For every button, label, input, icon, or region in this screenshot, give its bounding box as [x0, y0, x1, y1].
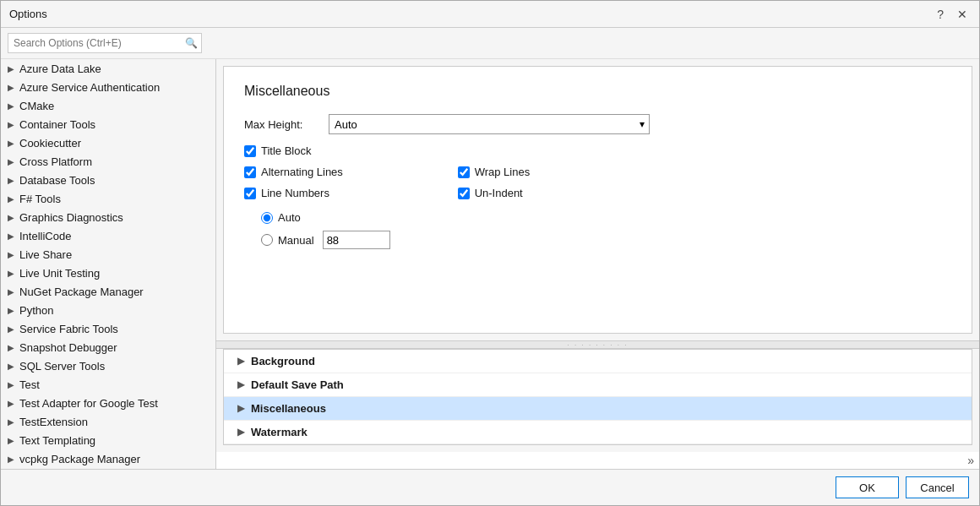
tree-label-background: Background — [251, 355, 315, 367]
sidebar-arrow-test-extension: ▶ — [8, 417, 19, 427]
wrap-lines-label: Wrap Lines — [475, 166, 531, 178]
radio-auto-label: Auto — [278, 211, 301, 224]
line-numbers-radio-group: Auto Manual — [261, 211, 390, 256]
sidebar-item-intellicode[interactable]: ▶ IntelliCode — [1, 226, 215, 245]
max-height-row: Max Height: Auto 100 200 300 — [244, 114, 951, 134]
wrap-lines-checkbox[interactable] — [458, 166, 470, 178]
two-col-area: Alternating Lines Line Numbers Auto — [244, 166, 951, 256]
sidebar-arrow-cookiecutter: ▶ — [8, 139, 19, 148]
search-input[interactable] — [8, 35, 182, 51]
tree-item-default-save-path[interactable]: ▶ Default Save Path — [224, 373, 972, 397]
search-bar-area: 🔍 — [1, 28, 979, 59]
sidebar-label-live-share: Live Share — [19, 248, 209, 261]
tree-item-background[interactable]: ▶ Background — [224, 350, 972, 373]
sidebar-item-graphics-diagnostics[interactable]: ▶ Graphics Diagnostics — [1, 208, 215, 226]
help-button[interactable]: ? — [934, 6, 947, 23]
radio-auto[interactable] — [261, 212, 273, 224]
sidebar-item-python[interactable]: ▶ Python — [1, 301, 215, 319]
sidebar-arrow-f-sharp-tools: ▶ — [8, 194, 19, 204]
sidebar-item-database-tools[interactable]: ▶ Database Tools — [1, 171, 215, 189]
sidebar-arrow-snapshot-debugger: ▶ — [8, 343, 19, 352]
radio-manual-row: Manual — [261, 231, 390, 249]
sidebar-item-live-share[interactable]: ▶ Live Share — [1, 245, 215, 264]
sidebar-item-cmake[interactable]: ▶ CMake — [1, 96, 215, 115]
sidebar-label-vcpkg-package-manager: vcpkg Package Manager — [19, 453, 209, 465]
unindent-checkbox[interactable] — [458, 188, 470, 199]
sidebar-arrow-test: ▶ — [8, 380, 19, 389]
sidebar-item-text-templating[interactable]: ▶ Text Templating — [1, 431, 215, 449]
sidebar-arrow-text-templating: ▶ — [8, 436, 19, 445]
dialog-title: Options — [9, 8, 47, 20]
cancel-button[interactable]: Cancel — [906, 476, 969, 498]
sidebar-label-intellicode: IntelliCode — [19, 230, 209, 242]
line-numbers-checkbox[interactable] — [244, 188, 256, 199]
title-block-row: Title Block — [244, 144, 951, 157]
sidebar-label-test: Test — [19, 378, 209, 391]
line-numbers-label: Line Numbers — [261, 187, 329, 199]
sidebar-arrow-nuget-package-manager: ▶ — [8, 287, 19, 297]
misc-heading: Miscellaneous — [244, 84, 951, 99]
sidebar-item-live-unit-testing[interactable]: ▶ Live Unit Testing — [1, 264, 215, 282]
ok-button[interactable]: OK — [836, 476, 899, 498]
tree-arrow-background: ▶ — [237, 356, 244, 367]
line-numbers-row: Line Numbers — [244, 187, 390, 199]
radio-auto-row: Auto — [261, 211, 390, 224]
misc-settings-panel: Miscellaneous Max Height: Auto 100 200 3… — [223, 66, 972, 334]
sidebar-arrow-service-fabric-tools: ▶ — [8, 324, 19, 334]
sidebar-label-test-extension: TestExtension — [19, 416, 209, 428]
sidebar-item-cross-platform[interactable]: ▶ Cross Platform — [1, 152, 215, 171]
sidebar-item-test-extension[interactable]: ▶ TestExtension — [1, 412, 215, 431]
sidebar-item-snapshot-debugger[interactable]: ▶ Snapshot Debugger — [1, 338, 215, 356]
main-panel: Miscellaneous Max Height: Auto 100 200 3… — [216, 59, 979, 469]
sidebar-item-container-tools[interactable]: ▶ Container Tools — [1, 115, 215, 133]
sidebar-arrow-cmake: ▶ — [8, 101, 19, 111]
sidebar-label-graphics-diagnostics: Graphics Diagnostics — [19, 211, 209, 224]
sidebar-item-test-adapter-google[interactable]: ▶ Test Adapter for Google Test — [1, 394, 215, 412]
alternating-lines-label: Alternating Lines — [261, 166, 343, 178]
title-block-checkbox[interactable] — [244, 145, 256, 157]
title-block-label: Title Block — [261, 144, 311, 157]
sidebar-item-vcpkg-package-manager[interactable]: ▶ vcpkg Package Manager — [1, 449, 215, 468]
sidebar-label-test-adapter-google: Test Adapter for Google Test — [19, 397, 209, 410]
scroll-hint: » — [216, 452, 979, 469]
alternating-lines-checkbox[interactable] — [244, 166, 256, 178]
sidebar-arrow-graphics-diagnostics: ▶ — [8, 213, 19, 222]
main-content: ▶ Azure Data Lake ▶ Azure Service Authen… — [1, 59, 979, 469]
unindent-label: Un-Indent — [475, 187, 523, 199]
manual-value-input[interactable] — [323, 231, 390, 249]
sidebar-arrow-live-unit-testing: ▶ — [8, 269, 19, 278]
sidebar-item-azure-service-auth[interactable]: ▶ Azure Service Authentication — [1, 78, 215, 96]
sidebar-item-test[interactable]: ▶ Test — [1, 375, 215, 394]
sidebar-item-cookiecutter[interactable]: ▶ Cookiecutter — [1, 133, 215, 152]
sidebar-arrow-python: ▶ — [8, 306, 19, 315]
sidebar-item-f-sharp-tools[interactable]: ▶ F# Tools — [1, 189, 215, 208]
sidebar-item-sql-server-tools[interactable]: ▶ SQL Server Tools — [1, 356, 215, 375]
sidebar-arrow-sql-server-tools: ▶ — [8, 362, 19, 371]
radio-manual[interactable] — [261, 234, 273, 246]
sidebar-label-cmake: CMake — [19, 100, 209, 112]
search-container: 🔍 — [8, 33, 202, 53]
tree-arrow-default-save-path: ▶ — [237, 379, 244, 390]
tree-item-miscellaneous[interactable]: ▶ Miscellaneous — [224, 397, 972, 421]
tree-label-watermark: Watermark — [251, 426, 308, 438]
alternating-lines-row: Alternating Lines — [244, 166, 390, 178]
sidebar-label-azure-service-auth: Azure Service Authentication — [19, 81, 209, 94]
sidebar-arrow-azure-service-auth: ▶ — [8, 83, 19, 92]
sidebar-item-nuget-package-manager[interactable]: ▶ NuGet Package Manager — [1, 282, 215, 301]
sidebar-label-f-sharp-tools: F# Tools — [19, 193, 209, 205]
sidebar-arrow-container-tools: ▶ — [8, 120, 19, 129]
options-dialog: Options ? ✕ 🔍 ▶ Azure Data Lake ▶ Azure … — [0, 0, 980, 506]
search-icon: 🔍 — [182, 35, 201, 51]
sidebar-arrow-intellicode: ▶ — [8, 231, 19, 241]
sidebar-label-container-tools: Container Tools — [19, 118, 209, 131]
sidebar-item-service-fabric-tools[interactable]: ▶ Service Fabric Tools — [1, 319, 215, 338]
sidebar-arrow-azure-data-lake: ▶ — [8, 64, 19, 73]
max-height-select[interactable]: Auto 100 200 300 — [329, 114, 650, 134]
sidebar-item-azure-data-lake[interactable]: ▶ Azure Data Lake — [1, 59, 215, 78]
close-button[interactable]: ✕ — [954, 6, 971, 23]
wrap-lines-row: Wrap Lines — [458, 166, 531, 178]
tree-item-watermark[interactable]: ▶ Watermark — [224, 421, 972, 444]
sidebar-label-service-fabric-tools: Service Fabric Tools — [19, 323, 209, 335]
scroll-hint-icon: » — [967, 454, 974, 467]
bottom-bar: OK Cancel — [1, 469, 979, 505]
